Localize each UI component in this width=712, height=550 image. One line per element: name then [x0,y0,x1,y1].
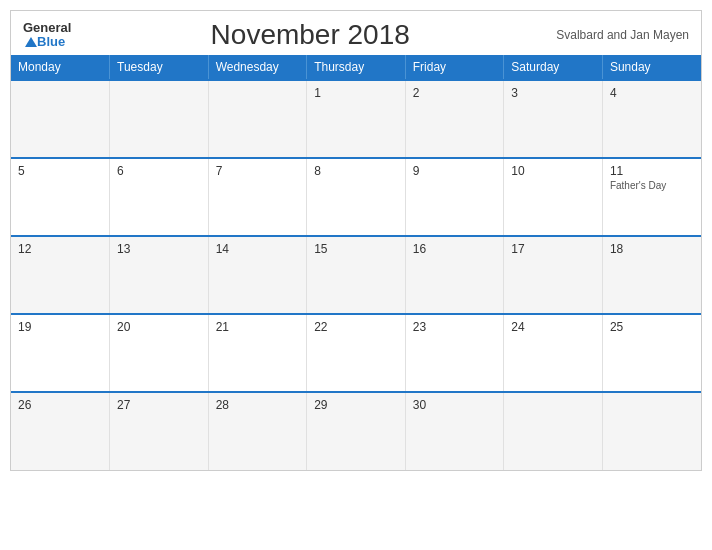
calendar-day-cell: 11Father's Day [602,158,701,236]
month-title: November 2018 [71,19,549,51]
calendar-day-cell [504,392,603,470]
day-number: 20 [117,320,201,334]
calendar-day-cell: 1 [307,80,406,158]
calendar-day-cell: 27 [110,392,209,470]
calendar-day-cell: 10 [504,158,603,236]
calendar-week-row: 12131415161718 [11,236,701,314]
day-number: 7 [216,164,300,178]
calendar-day-cell: 9 [405,158,504,236]
weekday-header: Tuesday [110,55,209,80]
day-number: 5 [18,164,102,178]
day-number: 4 [610,86,694,100]
day-number: 12 [18,242,102,256]
weekday-header: Sunday [602,55,701,80]
day-number: 9 [413,164,497,178]
day-number: 10 [511,164,595,178]
day-number: 13 [117,242,201,256]
day-number: 11 [610,164,694,178]
logo: General Blue [23,21,71,50]
day-number: 25 [610,320,694,334]
day-number: 21 [216,320,300,334]
calendar-day-cell: 24 [504,314,603,392]
calendar-day-cell [110,80,209,158]
day-number: 1 [314,86,398,100]
calendar-day-cell: 29 [307,392,406,470]
day-number: 27 [117,398,201,412]
calendar-day-cell: 30 [405,392,504,470]
day-number: 8 [314,164,398,178]
day-number: 17 [511,242,595,256]
day-number: 2 [413,86,497,100]
day-number: 18 [610,242,694,256]
weekday-header: Friday [405,55,504,80]
day-number: 3 [511,86,595,100]
calendar-day-cell: 6 [110,158,209,236]
calendar-day-cell: 16 [405,236,504,314]
logo-general-text: General [23,21,71,35]
calendar-day-cell: 14 [208,236,307,314]
calendar-day-cell [208,80,307,158]
calendar-day-cell: 23 [405,314,504,392]
day-number: 16 [413,242,497,256]
calendar-day-cell: 19 [11,314,110,392]
region-label: Svalbard and Jan Mayen [549,28,689,42]
calendar-header: General Blue November 2018 Svalbard and … [11,11,701,55]
calendar-day-cell: 12 [11,236,110,314]
day-number: 29 [314,398,398,412]
calendar-week-row: 19202122232425 [11,314,701,392]
day-number: 6 [117,164,201,178]
day-number: 15 [314,242,398,256]
calendar-week-row: 567891011Father's Day [11,158,701,236]
calendar-day-cell: 26 [11,392,110,470]
calendar-day-cell: 15 [307,236,406,314]
day-number: 22 [314,320,398,334]
weekday-header: Wednesday [208,55,307,80]
calendar-day-cell [602,392,701,470]
calendar-day-cell: 5 [11,158,110,236]
calendar-day-cell: 22 [307,314,406,392]
calendar-day-cell: 4 [602,80,701,158]
calendar: General Blue November 2018 Svalbard and … [10,10,702,471]
calendar-day-cell: 28 [208,392,307,470]
weekday-header-row: MondayTuesdayWednesdayThursdayFridaySatu… [11,55,701,80]
day-number: 26 [18,398,102,412]
calendar-day-cell [11,80,110,158]
logo-triangle-icon [25,37,37,47]
day-number: 19 [18,320,102,334]
calendar-day-cell: 13 [110,236,209,314]
day-number: 28 [216,398,300,412]
calendar-day-cell: 8 [307,158,406,236]
day-number: 30 [413,398,497,412]
calendar-day-cell: 21 [208,314,307,392]
calendar-day-cell: 25 [602,314,701,392]
calendar-day-cell: 20 [110,314,209,392]
calendar-week-row: 2627282930 [11,392,701,470]
calendar-day-cell: 18 [602,236,701,314]
calendar-day-cell: 2 [405,80,504,158]
day-number: 14 [216,242,300,256]
logo-blue-text: Blue [37,35,65,49]
calendar-day-cell: 17 [504,236,603,314]
weekday-header: Monday [11,55,110,80]
event-label: Father's Day [610,180,694,191]
weekday-header: Saturday [504,55,603,80]
calendar-day-cell: 3 [504,80,603,158]
calendar-week-row: 1234 [11,80,701,158]
calendar-day-cell: 7 [208,158,307,236]
weekday-header: Thursday [307,55,406,80]
day-number: 23 [413,320,497,334]
calendar-grid: MondayTuesdayWednesdayThursdayFridaySatu… [11,55,701,470]
day-number: 24 [511,320,595,334]
